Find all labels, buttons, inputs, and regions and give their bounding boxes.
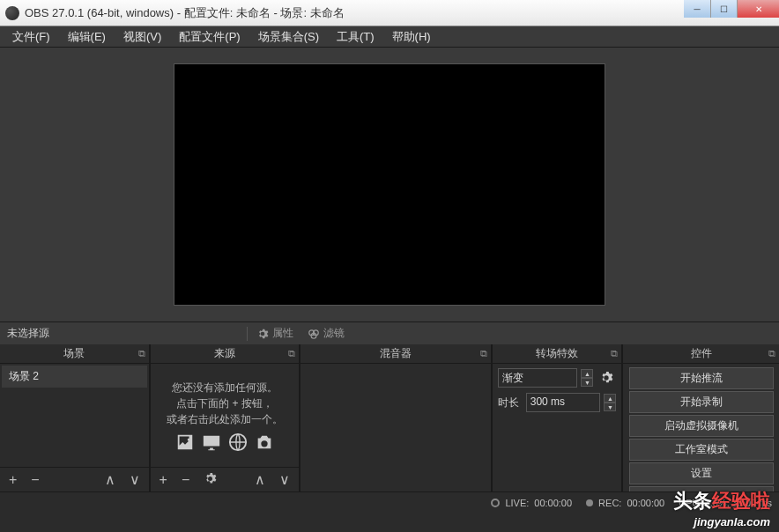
menu-tools[interactable]: 工具(T) [328, 26, 383, 48]
empty-line-3: 或者右击此处添加一个。 [167, 411, 283, 427]
minimize-button[interactable]: ─ [684, 0, 710, 18]
spin-up-button[interactable]: ▲ [581, 369, 593, 378]
sources-panel: 来源 ⧉ 您还没有添加任何源。 点击下面的 + 按钮， 或者右击此处添加一个。 … [151, 344, 300, 491]
transition-spinner: ▲ ▼ [581, 369, 593, 387]
duration-spinner: ▲ ▼ [604, 394, 616, 411]
scene-item[interactable]: 场景 2 [2, 366, 147, 388]
transition-select[interactable]: 渐变 [498, 368, 578, 388]
properties-label: 属性 [272, 326, 293, 341]
menu-file[interactable]: 文件(F) [4, 26, 59, 48]
menu-profile[interactable]: 配置文件(P) [170, 26, 249, 48]
popout-icon[interactable]: ⧉ [288, 348, 295, 359]
live-label: LIVE: [505, 498, 529, 508]
app-icon [5, 6, 19, 20]
scenes-panel-title: 场景 ⧉ [0, 344, 149, 364]
gear-icon [599, 371, 613, 385]
source-toolbar: 未选择源 属性 滤镜 [0, 321, 779, 344]
watermark-url: jingyanla.com [694, 515, 770, 528]
mixer-title-label: 混音器 [380, 346, 412, 361]
image-icon [175, 432, 195, 452]
filter-icon [308, 328, 320, 340]
source-properties-button[interactable] [200, 472, 220, 488]
popout-icon[interactable]: ⧉ [138, 348, 145, 359]
menubar: 文件(F) 编辑(E) 视图(V) 配置文件(P) 场景集合(S) 工具(T) … [0, 26, 779, 48]
mixer-panel: 混音器 ⧉ [300, 344, 491, 491]
menu-view[interactable]: 视图(V) [115, 26, 170, 48]
window-titlebar: OBS 27.0.1 (64-bit, windows) - 配置文件: 未命名… [0, 0, 779, 26]
filters-label: 滤镜 [323, 326, 345, 341]
controls-title-label: 控件 [691, 346, 712, 361]
close-button[interactable]: ✕ [737, 0, 779, 18]
source-type-icons [175, 432, 274, 452]
popout-icon[interactable]: ⧉ [611, 348, 618, 359]
popout-icon[interactable]: ⧉ [768, 348, 775, 359]
rec-indicator-icon [586, 499, 593, 506]
preview-canvas[interactable] [174, 63, 605, 306]
controls-body: 开始推流 开始录制 启动虚拟摄像机 工作室模式 设置 退出 [623, 364, 779, 491]
transition-selected-label: 渐变 [502, 372, 523, 384]
scene-down-button[interactable]: ∨ [126, 473, 144, 487]
menu-help[interactable]: 帮助(H) [383, 26, 440, 48]
scenes-panel: 场景 ⧉ 场景 2 + − ∧ ∨ [0, 344, 149, 491]
sources-panel-title: 来源 ⧉ [151, 344, 300, 364]
settings-button[interactable]: 设置 [629, 462, 774, 484]
source-up-button[interactable]: ∧ [251, 473, 269, 487]
transition-settings-button[interactable] [597, 368, 616, 388]
transitions-body: 渐变 ▲ ▼ 时长 300 ms ▲ ▼ [493, 364, 622, 491]
source-down-button[interactable]: ∨ [276, 473, 293, 487]
source-selection-status: 未选择源 [7, 326, 245, 341]
sources-empty-state: 您还没有添加任何源。 点击下面的 + 按钮， 或者右击此处添加一个。 [152, 366, 298, 465]
controls-panel-title: 控件 ⧉ [623, 344, 779, 364]
rec-label: REC: [598, 498, 621, 508]
cpu-status: CPU: 1.0%, 30.00 fps [679, 498, 772, 508]
camera-icon [255, 432, 274, 452]
add-source-button[interactable]: + [156, 473, 171, 487]
empty-line-1: 您还没有添加任何源。 [172, 380, 278, 395]
sources-title-label: 来源 [214, 346, 235, 361]
scenes-footer: + − ∧ ∨ [0, 467, 149, 491]
transitions-panel: 转场特效 ⧉ 渐变 ▲ ▼ 时长 300 ms [493, 344, 622, 491]
globe-icon [228, 432, 248, 452]
start-streaming-button[interactable]: 开始推流 [629, 367, 774, 389]
menu-edit[interactable]: 编辑(E) [59, 26, 115, 48]
studio-mode-button[interactable]: 工作室模式 [629, 439, 774, 461]
menu-scene-collection[interactable]: 场景集合(S) [249, 26, 328, 48]
live-status: LIVE: 00:00:00 [491, 498, 572, 508]
sources-footer: + − ∧ ∨ [151, 467, 300, 491]
panels-container: 场景 ⧉ 场景 2 + − ∧ ∨ 来源 ⧉ 您还没有添加任何源。 点击下面的 … [0, 344, 779, 491]
display-icon [202, 432, 221, 452]
popout-icon[interactable]: ⧉ [480, 348, 487, 359]
toolbar-separator [247, 327, 248, 341]
scene-up-button[interactable]: ∧ [101, 473, 119, 487]
remove-scene-button[interactable]: − [27, 473, 42, 487]
duration-value: 300 ms [530, 395, 565, 408]
spin-down-button[interactable]: ▼ [581, 378, 593, 387]
duration-input[interactable]: 300 ms [526, 393, 601, 412]
scenes-list[interactable]: 场景 2 [0, 364, 149, 467]
mixer-panel-title: 混音器 ⧉ [300, 344, 491, 364]
exit-button[interactable]: 退出 [629, 486, 774, 491]
start-virtual-cam-button[interactable]: 启动虚拟摄像机 [629, 415, 774, 437]
window-title: OBS 27.0.1 (64-bit, windows) - 配置文件: 未命名… [25, 5, 684, 21]
spin-up-button[interactable]: ▲ [604, 394, 616, 403]
statusbar: LIVE: 00:00:00 REC: 00:00:00 CPU: 1.0%, … [0, 491, 779, 513]
properties-button[interactable]: 属性 [249, 324, 300, 343]
rec-status: REC: 00:00:00 [586, 498, 664, 508]
gear-icon [256, 328, 269, 340]
duration-label: 时长 [498, 395, 523, 410]
sources-list[interactable]: 您还没有添加任何源。 点击下面的 + 按钮， 或者右击此处添加一个。 [151, 364, 300, 467]
start-recording-button[interactable]: 开始录制 [629, 391, 774, 413]
live-time: 00:00:00 [534, 498, 572, 508]
filters-button[interactable]: 滤镜 [300, 324, 352, 343]
preview-area [0, 48, 779, 321]
add-scene-button[interactable]: + [5, 473, 20, 487]
mixer-body [300, 364, 491, 491]
window-controls: ─ ☐ ✕ [684, 0, 779, 26]
rec-time: 00:00:00 [627, 498, 664, 508]
gear-icon [204, 472, 217, 485]
empty-line-2: 点击下面的 + 按钮， [176, 395, 273, 411]
scenes-title-label: 场景 [63, 346, 85, 361]
remove-source-button[interactable]: − [178, 473, 193, 487]
maximize-button[interactable]: ☐ [710, 0, 737, 18]
spin-down-button[interactable]: ▼ [604, 403, 616, 411]
